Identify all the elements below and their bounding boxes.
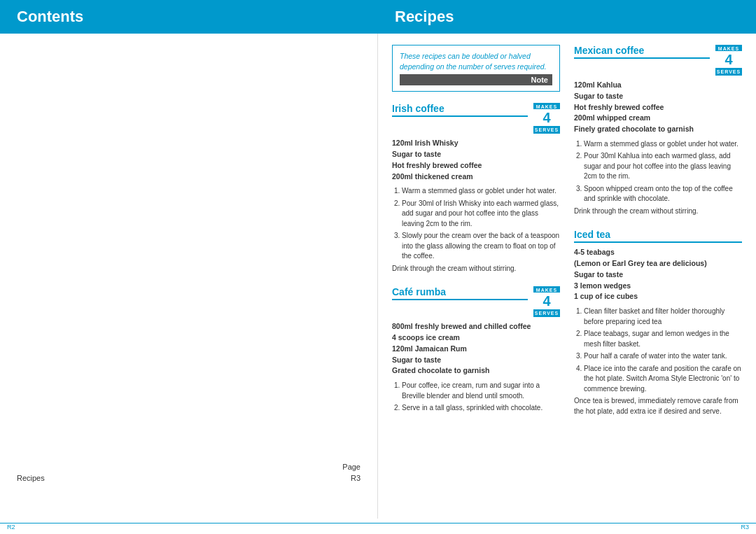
footer: R2 R3 [0,519,756,534]
recipe-mexican-coffee-badge: MAKES 4 SERVES [715,45,742,76]
serves-bottom-label2: SERVES [533,309,560,317]
recipe-irish-coffee: Irish coffee MAKES 4 SERVES 120ml Irish … [392,103,560,274]
recipe-mexican-coffee-title: Mexican coffee [574,45,710,59]
recipe-irish-coffee-badge: MAKES 4 SERVES [533,103,560,134]
iced-tea-instruction-0: Clean filter basket and filter holder th… [584,307,742,327]
instruction-0: Warm a stemmed glass or goblet under hot… [402,186,560,197]
iced-tea-ingredient-1: (Lemon or Earl Grey tea are delicious) [574,258,742,269]
recipe-cafe-rumba-badge: MAKES 4 SERVES [533,286,560,317]
iced-tea-ingredient-0: 4-5 teabags [574,247,742,258]
recipe-cafe-rumba-ingredients: 800ml freshly brewed and chilled coffee … [392,321,560,377]
mexican-ingredient-1: Sugar to taste [574,91,742,102]
recipe-irish-coffee-instructions: Warm a stemmed glass or goblet under hot… [392,186,560,274]
recipes-panel: These recipes can be doubled or halved d… [378,34,756,519]
contents-header-title: Contents [17,8,83,26]
recipe-mexican-coffee: Mexican coffee MAKES 4 SERVES 120ml Kahl… [574,45,742,216]
recipe-iced-tea-header: Iced tea [574,229,742,243]
recipes-left-column: These recipes can be doubled or halved d… [392,45,560,507]
iced-tea-instruction-2: Pour half a carafe of water into the wat… [584,351,742,362]
recipe-iced-tea-instructions: Clean filter basket and filter holder th… [574,307,742,416]
rumba-instruction-1: Serve in a tall glass, sprinkled with ch… [402,403,560,414]
header-left: Contents [0,0,378,34]
recipe-mexican-coffee-ingredients: 120ml Kahlua Sugar to taste Hot freshly … [574,80,742,135]
makes-number: 4 [533,109,560,126]
ingredient-1: Sugar to taste [392,149,560,160]
recipe-irish-coffee-title: Irish coffee [392,103,528,117]
recipe-irish-coffee-header: Irish coffee MAKES 4 SERVES [392,103,560,134]
rumba-ingredient-4: Grated chocolate to garnish [392,365,560,377]
recipes-right-column: Mexican coffee MAKES 4 SERVES 120ml Kahl… [574,45,742,507]
recipe-irish-coffee-ingredients: 120ml Irish Whisky Sugar to taste Hot fr… [392,138,560,182]
main-content: Page Recipes R3 These recipes can be dou… [0,34,756,519]
footer-right-page: R3 [378,523,756,531]
note-text: These recipes can be doubled or halved d… [400,51,552,71]
contents-item-label: Recipes [17,474,45,482]
recipe-iced-tea-title: Iced tea [574,229,742,243]
contents-col-page: Page [342,463,360,471]
iced-tea-instruction-3: Place ice into the carafe and position t… [584,364,742,395]
rumba-ingredient-2: 120ml Jamaican Rum [392,344,560,355]
ingredient-3: 200ml thickened cream [392,171,560,183]
note-label: Note [400,74,552,85]
mexican-ingredient-4: Finely grated chocolate to garnish [574,124,742,135]
mexican-instruction-2: Spoon whipped cream onto the top of the … [584,184,742,204]
recipe-iced-tea-ingredients: 4-5 teabags (Lemon or Earl Grey tea are … [574,247,742,302]
makes-number2: 4 [533,293,560,309]
recipe-cafe-rumba-title: Café rumba [392,286,528,300]
rumba-ingredient-3: Sugar to taste [392,355,560,366]
mexican-ingredient-2: Hot freshly brewed coffee [574,102,742,113]
serves-bottom-label: SERVES [533,126,560,134]
iced-tea-ingredient-3: 3 lemon wedges [574,281,742,292]
note-box: These recipes can be doubled or halved d… [392,45,560,92]
header: Contents Recipes [0,0,756,34]
ingredient-0: 120ml Irish Whisky [392,138,560,149]
iced-tea-ingredient-4: 1 cup of ice cubes [574,291,742,302]
recipe-mexican-coffee-outro: Drink through the cream without stirring… [574,206,742,217]
contents-header-row: Page [17,461,360,472]
instruction-2: Slowly pour the cream over the back of a… [402,231,560,262]
rumba-instruction-0: Pour coffee, ice cream, rum and sugar in… [402,381,560,401]
ingredient-2: Hot freshly brewed coffee [392,160,560,171]
recipe-iced-tea: Iced tea 4-5 teabags (Lemon or Earl Grey… [574,229,742,416]
rumba-ingredient-0: 800ml freshly brewed and chilled coffee [392,321,560,332]
recipe-cafe-rumba-instructions: Pour coffee, ice cream, rum and sugar in… [392,381,560,414]
makes-top-label: MAKES [533,103,560,109]
mexican-instruction-1: Pour 30ml Kahlua into each warmed glass,… [584,151,742,182]
recipe-iced-tea-outro: Once tea is brewed, immediately remove c… [574,396,742,416]
iced-tea-ingredient-2: Sugar to taste [574,269,742,281]
recipe-irish-coffee-outro: Drink through the cream without stirring… [392,264,560,274]
serves-bottom-label3: SERVES [715,68,742,76]
recipe-cafe-rumba: Café rumba MAKES 4 SERVES 800ml freshly … [392,286,560,415]
makes-top-label3: MAKES [715,45,742,51]
recipe-mexican-coffee-header: Mexican coffee MAKES 4 SERVES [574,45,742,76]
mexican-instruction-0: Warm a stemmed glass or goblet under hot… [584,139,742,150]
contents-item-page: R3 [351,474,360,482]
recipe-cafe-rumba-header: Café rumba MAKES 4 SERVES [392,286,560,317]
mexican-ingredient-3: 200ml whipped cream [574,113,742,124]
makes-top-label2: MAKES [533,286,560,293]
contents-row-recipes: Recipes R3 [17,472,360,484]
rumba-ingredient-1: 4 scoops ice cream [392,332,560,344]
recipe-mexican-coffee-instructions: Warm a stemmed glass or goblet under hot… [574,139,742,217]
contents-table: Page Recipes R3 [17,461,360,498]
instruction-1: Pour 30ml of Irish Whisky into each warm… [402,199,560,230]
iced-tea-instruction-1: Place teabags, sugar and lemon wedges in… [584,329,742,349]
makes-number3: 4 [715,51,742,68]
contents-panel: Page Recipes R3 [0,34,378,519]
header-right: Recipes [378,0,756,34]
mexican-ingredient-0: 120ml Kahlua [574,80,742,91]
recipes-header-title: Recipes [395,8,454,26]
footer-left-page: R2 [0,523,378,531]
